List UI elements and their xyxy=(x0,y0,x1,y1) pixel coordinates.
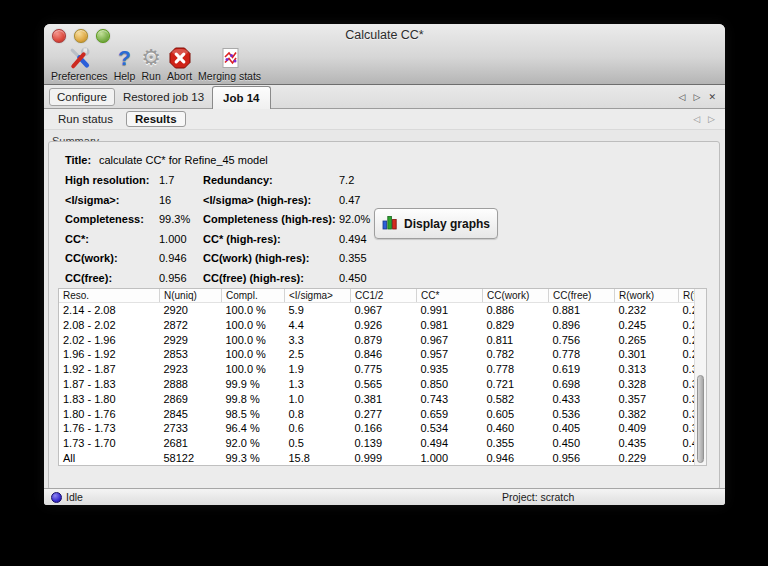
summary-label: High resolution: xyxy=(65,174,159,186)
table-cell: 0.778 xyxy=(549,347,615,362)
table-cell: 0.879 xyxy=(351,333,417,348)
summary-label: CC(work): xyxy=(65,252,159,264)
toolbar-label: Abort xyxy=(167,71,192,82)
table-cell: 2923 xyxy=(160,362,222,377)
results-table-body: 2.14 - 2.082920100.0 %5.90.9670.9910.886… xyxy=(59,303,695,466)
table-cell: 0.782 xyxy=(483,347,549,362)
table-cell: 0.850 xyxy=(417,377,483,392)
column-header-8[interactable]: R(work) xyxy=(615,289,679,303)
summary-label: CC(work) (high-res): xyxy=(203,252,339,264)
summary-value: 1.7 xyxy=(159,174,203,186)
table-row[interactable]: 2.08 - 2.022872100.0 %4.40.9260.9810.829… xyxy=(59,318,695,333)
table-row[interactable]: 1.83 - 1.80286999.8 %1.00.3810.7430.5820… xyxy=(59,392,695,407)
tab-results[interactable]: Results xyxy=(126,111,186,127)
table-row[interactable]: 2.02 - 1.962929100.0 %3.30.8790.9670.811… xyxy=(59,333,695,348)
table-cell: 0.605 xyxy=(483,407,549,422)
tab-next-icon[interactable]: ▷ xyxy=(694,92,701,102)
column-header-3[interactable]: <I/sigma> xyxy=(285,289,351,303)
table-cell: 0.313 xyxy=(615,362,679,377)
table-cell: 0.357 xyxy=(615,392,679,407)
help-button[interactable]: ? Help xyxy=(111,45,139,82)
table-cell: 100.0 % xyxy=(222,362,285,377)
table-cell: 0.896 xyxy=(549,318,615,333)
table-cell: 0.409 xyxy=(615,421,679,436)
main-tab-bar: Configure Restored job 13 Job 14 ◁ ▷ ✕ xyxy=(44,85,725,109)
summary-value: 0.450 xyxy=(339,272,370,284)
summary-row: Completeness: 99.3% Completeness (high-r… xyxy=(65,213,370,233)
tab-restored-job-13[interactable]: Restored job 13 xyxy=(115,89,212,105)
table-cell: 0.382 xyxy=(615,407,679,422)
column-header-1[interactable]: N(uniq) xyxy=(160,289,222,303)
merging-stats-icon xyxy=(218,45,242,71)
table-cell: 0.886 xyxy=(483,303,549,318)
table-cell: 0.224 xyxy=(679,451,696,466)
table-cell: 0.381 xyxy=(351,392,417,407)
table-cell: 5.9 xyxy=(285,303,351,318)
table-cell: 0.926 xyxy=(351,318,417,333)
summary-row: CC(work): 0.946 CC(work) (high-res): 0.3… xyxy=(65,252,370,272)
column-header-9[interactable]: R(free) xyxy=(679,289,696,303)
table-cell: 2853 xyxy=(160,347,222,362)
table-row[interactable]: 2.14 - 2.082920100.0 %5.90.9670.9910.886… xyxy=(59,303,695,318)
tab-prev-icon[interactable]: ◁ xyxy=(679,92,686,102)
merging-stats-button[interactable]: Merging stats xyxy=(195,45,264,82)
table-row[interactable]: 1.80 - 1.76284598.5 %0.80.2770.6590.6050… xyxy=(59,407,695,422)
table-cell: 0.435 xyxy=(615,436,679,451)
titlebar[interactable]: Calculate CC* xyxy=(44,24,725,45)
table-row[interactable]: 1.96 - 1.922853100.0 %2.50.8460.9570.782… xyxy=(59,347,695,362)
abort-button[interactable]: Abort xyxy=(164,45,195,82)
column-header-6[interactable]: CC(work) xyxy=(483,289,549,303)
summary-value: 92.0% xyxy=(339,213,370,225)
table-scrollbar[interactable] xyxy=(694,289,706,465)
preferences-button[interactable]: Preferences xyxy=(48,45,111,82)
tab-run-status[interactable]: Run status xyxy=(52,112,119,126)
summary-label: <I/sigma>: xyxy=(65,194,159,206)
toolbar-label: Help xyxy=(114,71,136,82)
summary-label: Completeness: xyxy=(65,213,159,225)
column-header-7[interactable]: CC(free) xyxy=(549,289,615,303)
app-window: Calculate CC* Preferences ? Help xyxy=(44,24,725,505)
results-table: Reso.N(uniq)Compl.<I/sigma>CC1/2CC*CC(wo… xyxy=(59,289,695,466)
column-header-4[interactable]: CC1/2 xyxy=(351,289,417,303)
table-row[interactable]: 1.76 - 1.73273396.4 %0.60.1660.5340.4600… xyxy=(59,421,695,436)
run-button[interactable]: ⚙ Run xyxy=(138,45,164,82)
table-cell: 0.565 xyxy=(351,377,417,392)
table-cell: 1.000 xyxy=(417,451,483,466)
run-gear-icon: ⚙ xyxy=(141,45,161,71)
table-cell: 99.3 % xyxy=(222,451,285,466)
table-cell: 0.241 xyxy=(679,318,696,333)
table-cell: 0.775 xyxy=(351,362,417,377)
table-row[interactable]: 1.73 - 1.70268192.0 %0.50.1390.4940.3550… xyxy=(59,436,695,451)
scrollbar-thumb[interactable] xyxy=(697,375,704,463)
table-cell: 0.321 xyxy=(679,362,696,377)
table-cell: 1.3 xyxy=(285,377,351,392)
table-cell: 0.494 xyxy=(417,436,483,451)
table-cell: 0.392 xyxy=(679,407,696,422)
column-header-0[interactable]: Reso. xyxy=(59,289,160,303)
column-header-2[interactable]: Compl. xyxy=(222,289,285,303)
table-row[interactable]: 1.92 - 1.872923100.0 %1.90.7750.9350.778… xyxy=(59,362,695,377)
column-header-5[interactable]: CC* xyxy=(417,289,483,303)
table-cell: 0.981 xyxy=(417,318,483,333)
table-cell: 1.9 xyxy=(285,362,351,377)
table-row[interactable]: All5812299.3 %15.80.9991.0000.9460.9560.… xyxy=(59,451,695,466)
summary-value: 0.956 xyxy=(159,272,203,284)
table-cell: 0.946 xyxy=(483,451,549,466)
table-cell: 100.0 % xyxy=(222,347,285,362)
subtab-prev-icon[interactable]: ◁ xyxy=(693,114,700,124)
table-cell: 96.4 % xyxy=(222,421,285,436)
tab-close-icon[interactable]: ✕ xyxy=(708,92,716,102)
table-cell: 0.811 xyxy=(483,333,549,348)
table-row[interactable]: 1.87 - 1.83288899.9 %1.30.5650.8500.7210… xyxy=(59,377,695,392)
tab-configure[interactable]: Configure xyxy=(49,88,115,106)
table-cell: 3.3 xyxy=(285,333,351,348)
summary-label: <I/sigma> (high-res): xyxy=(203,194,339,206)
display-graphs-button[interactable]: Display graphs xyxy=(374,208,498,239)
results-table-container: Reso.N(uniq)Compl.<I/sigma>CC1/2CC*CC(wo… xyxy=(58,288,707,466)
status-text: Idle xyxy=(66,491,83,503)
summary-label: Redundancy: xyxy=(203,174,339,186)
subtab-next-icon[interactable]: ▷ xyxy=(708,114,715,124)
toolbar-label: Merging stats xyxy=(198,71,261,82)
table-cell: 2681 xyxy=(160,436,222,451)
tab-job-14[interactable]: Job 14 xyxy=(212,86,270,109)
